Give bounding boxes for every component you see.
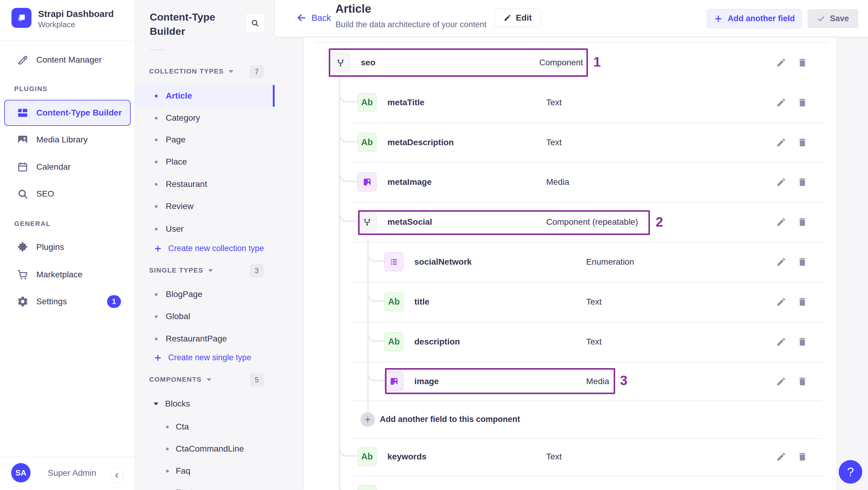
delete-field-button[interactable] bbox=[797, 57, 808, 68]
field-type: Text bbox=[586, 337, 601, 347]
subnav-item-label: Place bbox=[166, 157, 187, 167]
pencil-icon bbox=[503, 14, 512, 22]
subnav-section-label: COLLECTION TYPES bbox=[149, 67, 224, 75]
delete-field-button[interactable] bbox=[797, 97, 808, 108]
brand[interactable]: Strapi Dashboard Workplace bbox=[11, 8, 114, 29]
sidebar-item-media-library[interactable]: Media Library bbox=[0, 126, 135, 153]
annotation-number-1: 1 bbox=[593, 55, 601, 69]
page-title: Article bbox=[335, 2, 371, 16]
subnav-component-faq[interactable]: Faq bbox=[135, 460, 275, 482]
bullet-icon bbox=[155, 338, 158, 340]
back-link[interactable]: Back bbox=[296, 12, 331, 24]
field-type: Enumeration bbox=[586, 257, 634, 267]
subnav-item-user[interactable]: User bbox=[135, 218, 275, 240]
add-another-field-button[interactable]: Add another field bbox=[707, 9, 802, 28]
save-button[interactable]: Save bbox=[807, 9, 858, 28]
sidebar-item-label: SEO bbox=[36, 189, 54, 199]
collapse-sidebar-button[interactable] bbox=[111, 468, 123, 483]
puzzle-icon bbox=[17, 241, 29, 253]
subnav-item-page[interactable]: Page bbox=[135, 129, 275, 151]
subnav-item-blogpage[interactable]: BlogPage bbox=[135, 283, 275, 305]
subnav-section-components[interactable]: COMPONENTS bbox=[149, 376, 211, 384]
subnav-group-blocks[interactable]: Blocks bbox=[154, 399, 190, 409]
strapi-app: Strapi Dashboard Workplace Content Manag… bbox=[0, 0, 868, 490]
sidebar-item-label: Plugins bbox=[36, 242, 64, 252]
delete-field-button[interactable] bbox=[797, 216, 808, 228]
subnav-item-global[interactable]: Global bbox=[135, 306, 275, 327]
delete-field-button[interactable] bbox=[797, 137, 808, 148]
bullet-icon bbox=[155, 117, 158, 120]
component-icon bbox=[331, 53, 350, 72]
plus-icon bbox=[154, 244, 162, 253]
edit-field-button[interactable] bbox=[775, 296, 787, 308]
search-button[interactable] bbox=[245, 13, 265, 33]
field-type: Text bbox=[586, 297, 601, 307]
save-label: Save bbox=[830, 14, 849, 23]
subnav-item-article[interactable]: Article bbox=[135, 85, 275, 107]
row-divider bbox=[315, 42, 829, 43]
subnav-item-label: User bbox=[166, 224, 184, 234]
subnav-component-features[interactable]: Features bbox=[135, 482, 275, 490]
delete-field-button[interactable] bbox=[797, 489, 808, 490]
subnav-item-label: RestaurantPage bbox=[166, 334, 227, 344]
subnav-section-label: COMPONENTS bbox=[149, 376, 202, 384]
bullet-icon bbox=[166, 426, 169, 428]
subnav-component-ctacommandline[interactable]: CtaCommandLine bbox=[135, 438, 275, 460]
edit-label: Edit bbox=[516, 13, 532, 23]
subnav-item-label: CtaCommandLine bbox=[176, 444, 244, 454]
delete-field-button[interactable] bbox=[797, 451, 808, 462]
subnav-action-create-new-single-type[interactable]: Create new single type bbox=[154, 353, 251, 362]
edit-field-button[interactable] bbox=[775, 376, 787, 387]
edit-field-button[interactable] bbox=[775, 336, 787, 347]
delete-field-button[interactable] bbox=[797, 296, 808, 308]
edit-field-button[interactable] bbox=[775, 216, 787, 228]
sidebar-item-content-manager[interactable]: Content Manager bbox=[0, 47, 135, 73]
subnav-section-collection-types[interactable]: COLLECTION TYPES bbox=[149, 67, 234, 75]
bullet-icon bbox=[155, 205, 158, 208]
field-name: metaSocial bbox=[388, 217, 432, 227]
avatar[interactable]: SA bbox=[11, 463, 31, 483]
subnav-item-restaurantpage[interactable]: RestaurantPage bbox=[135, 328, 275, 350]
subnav-section-single-types[interactable]: SINGLE TYPES bbox=[149, 267, 213, 274]
sidebar-item-marketplace[interactable]: Marketplace bbox=[0, 261, 135, 288]
bullet-icon bbox=[155, 293, 158, 296]
edit-field-button[interactable] bbox=[775, 176, 787, 188]
sidebar-item-label: Content Manager bbox=[36, 55, 102, 65]
delete-field-button[interactable] bbox=[797, 176, 808, 188]
sidebar-item-content-type-builder[interactable]: Content-Type Builder bbox=[4, 100, 131, 126]
edit-field-button[interactable] bbox=[775, 57, 787, 68]
subnav-item-category[interactable]: Category bbox=[135, 107, 275, 129]
field-type: Text bbox=[546, 137, 562, 148]
subnav-rule bbox=[150, 50, 164, 50]
bullet-icon bbox=[155, 228, 158, 231]
help-button[interactable]: ? bbox=[839, 460, 862, 484]
edit-field-button[interactable] bbox=[775, 256, 787, 268]
annotation-number-3: 3 bbox=[620, 373, 627, 388]
subnav-item-place[interactable]: Place bbox=[135, 151, 275, 173]
edit-field-button[interactable] bbox=[775, 97, 787, 108]
subnav-item-restaurant[interactable]: Restaurant bbox=[135, 173, 275, 195]
delete-field-button[interactable] bbox=[797, 376, 808, 387]
edit-field-button[interactable] bbox=[775, 137, 787, 148]
subnav-action-label: Create new single type bbox=[168, 353, 251, 362]
chevron-down-icon bbox=[229, 70, 234, 73]
subnav-component-cta[interactable]: Cta bbox=[135, 416, 275, 438]
sidebar-item-settings[interactable]: Settings1 bbox=[0, 288, 135, 315]
add-component-field-button[interactable] bbox=[361, 412, 375, 427]
field-type: Text bbox=[546, 97, 562, 108]
sidebar-item-calendar[interactable]: Calendar bbox=[0, 154, 135, 180]
subnav-action-create-new-collection-type[interactable]: Create new collection type bbox=[154, 244, 264, 253]
edit-button[interactable]: Edit bbox=[495, 8, 541, 27]
media-icon bbox=[358, 173, 376, 191]
edit-field-button[interactable] bbox=[775, 451, 787, 462]
sidebar-item-plugins[interactable]: Plugins bbox=[0, 234, 135, 261]
field-name: socialNetwork bbox=[414, 257, 472, 267]
edit-field-button[interactable] bbox=[775, 489, 787, 490]
sidebar-item-seo[interactable]: SEO bbox=[0, 181, 135, 207]
delete-field-button[interactable] bbox=[797, 256, 808, 268]
chevron-down-icon bbox=[207, 378, 211, 381]
strapi-logo-icon bbox=[11, 8, 31, 28]
check-icon bbox=[817, 14, 825, 23]
delete-field-button[interactable] bbox=[797, 336, 808, 347]
subnav-item-review[interactable]: Review bbox=[135, 195, 275, 217]
